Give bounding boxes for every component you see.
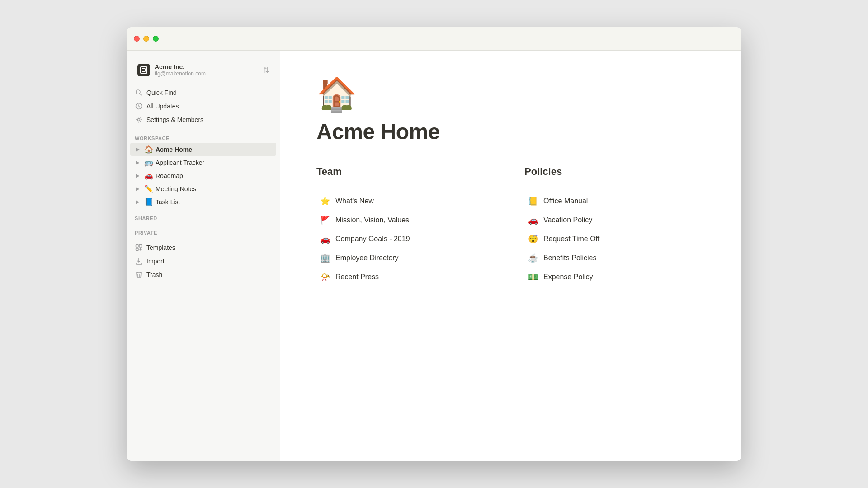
sidebar-item-applicant-tracker[interactable]: ▶ 🚌 Applicant Tracker — [130, 156, 276, 169]
list-item[interactable]: 🚗 Vacation Policy — [524, 211, 705, 229]
traffic-lights — [134, 36, 159, 42]
settings-label: Settings & Members — [146, 116, 203, 123]
sidebar-item-quick-find[interactable]: Quick Find — [130, 86, 276, 99]
import-label: Import — [146, 258, 165, 265]
sidebar-top: Acme Inc. fig@makenotion.com ⇅ — [127, 51, 280, 84]
chevron-right-icon: ▶ — [134, 145, 142, 154]
chevron-right-icon: ▶ — [134, 185, 142, 193]
shared-section-label: SHARED — [127, 208, 280, 223]
vacation-policy-link[interactable]: Vacation Policy — [543, 216, 592, 224]
sidebar-item-settings[interactable]: Settings & Members — [130, 113, 276, 127]
search-icon — [135, 89, 143, 97]
list-item[interactable]: ☕ Benefits Policies — [524, 249, 705, 267]
roadmap-label: Roadmap — [156, 172, 183, 179]
list-item[interactable]: 🚩 Mission, Vision, Values — [316, 211, 497, 229]
sidebar-item-meeting-notes[interactable]: ▶ ✏️ Meeting Notes — [130, 182, 276, 195]
item-emoji: 🚗 — [527, 215, 539, 225]
workspace-email: fig@makenotion.com — [155, 70, 206, 77]
meeting-notes-emoji: ✏️ — [144, 184, 154, 193]
list-item[interactable]: 📒 Office Manual — [524, 192, 705, 210]
policies-column: Policies 📒 Office Manual 🚗 Vacation Poli… — [524, 166, 705, 286]
svg-rect-5 — [139, 245, 142, 248]
chevron-right-icon: ▶ — [134, 159, 142, 167]
request-time-off-link[interactable]: Request Time Off — [543, 235, 599, 243]
task-list-label: Task List — [156, 198, 180, 206]
item-emoji: ⭐ — [319, 196, 331, 206]
content-grid: Team ⭐ What's New 🚩 Mission, Vision, Val… — [316, 166, 705, 286]
sidebar-item-import[interactable]: Import — [130, 254, 276, 268]
team-heading: Team — [316, 166, 497, 183]
page-icon: 🏠 — [316, 78, 357, 110]
private-section-label: PRIVATE — [127, 223, 280, 237]
quick-find-label: Quick Find — [146, 89, 177, 96]
list-item[interactable]: 💵 Expense Policy — [524, 268, 705, 286]
item-emoji: 📯 — [319, 272, 331, 282]
list-item[interactable]: 🚗 Company Goals - 2019 — [316, 230, 497, 248]
close-button[interactable] — [134, 36, 140, 42]
main-content: 🏠 Acme Home Team ⭐ What's New 🚩 Missio — [280, 51, 741, 461]
trash-icon — [135, 271, 143, 279]
sidebar-nav: Quick Find All Updates — [127, 84, 280, 128]
minimize-button[interactable] — [143, 36, 149, 42]
sidebar-item-task-list[interactable]: ▶ 📘 Task List — [130, 195, 276, 208]
workspace-text: Acme Inc. fig@makenotion.com — [155, 63, 206, 77]
list-item[interactable]: 📯 Recent Press — [316, 268, 497, 286]
svg-point-0 — [136, 90, 140, 94]
list-item[interactable]: 🏢 Employee Directory — [316, 249, 497, 267]
meeting-notes-label: Meeting Notes — [156, 185, 196, 192]
mission-link[interactable]: Mission, Vision, Values — [335, 216, 409, 224]
expense-policy-link[interactable]: Expense Policy — [543, 273, 593, 281]
item-emoji: 📒 — [527, 196, 539, 206]
templates-label: Templates — [146, 244, 175, 251]
company-goals-link[interactable]: Company Goals - 2019 — [335, 235, 410, 243]
workspace-toggle-icon: ⇅ — [263, 66, 269, 75]
titlebar — [127, 27, 741, 51]
acme-home-label: Acme Home — [156, 146, 192, 153]
list-item[interactable]: ⭐ What's New — [316, 192, 497, 210]
item-emoji: 🏢 — [319, 253, 331, 263]
chevron-right-icon: ▶ — [134, 172, 142, 180]
acme-home-emoji: 🏠 — [144, 145, 154, 154]
item-emoji: ☕ — [527, 253, 539, 263]
workspace-logo-icon — [140, 66, 147, 74]
applicant-tracker-label: Applicant Tracker — [156, 159, 204, 166]
maximize-button[interactable] — [153, 36, 159, 42]
sidebar-item-roadmap[interactable]: ▶ 🚗 Roadmap — [130, 169, 276, 182]
list-item[interactable]: 😴 Request Time Off — [524, 230, 705, 248]
item-emoji: 🚩 — [319, 215, 331, 225]
page-hero: 🏠 Acme Home — [316, 78, 705, 144]
workspace-tree: ▶ 🏠 Acme Home ▶ 🚌 Applicant Tracker ▶ 🚗 … — [127, 143, 280, 208]
task-list-emoji: 📘 — [144, 197, 154, 206]
team-list: ⭐ What's New 🚩 Mission, Vision, Values 🚗… — [316, 192, 497, 286]
import-icon — [135, 257, 143, 265]
sidebar-item-templates[interactable]: Templates — [130, 241, 276, 254]
benefits-policies-link[interactable]: Benefits Policies — [543, 254, 596, 262]
window-body: Acme Inc. fig@makenotion.com ⇅ — [127, 51, 741, 461]
app-window: Acme Inc. fig@makenotion.com ⇅ — [127, 27, 741, 461]
all-updates-label: All Updates — [146, 103, 179, 110]
svg-point-3 — [138, 119, 140, 121]
sidebar-item-trash[interactable]: Trash — [130, 268, 276, 282]
item-emoji: 💵 — [527, 272, 539, 282]
sidebar-item-all-updates[interactable]: All Updates — [130, 99, 276, 113]
sidebar: Acme Inc. fig@makenotion.com ⇅ — [127, 51, 280, 461]
item-emoji: 😴 — [527, 234, 539, 244]
policies-heading: Policies — [524, 166, 705, 183]
workspace-section-label: WORKSPACE — [127, 128, 280, 143]
item-emoji: 🚗 — [319, 234, 331, 244]
employee-directory-link[interactable]: Employee Directory — [335, 254, 399, 262]
workspace-logo — [137, 64, 150, 76]
svg-line-1 — [140, 94, 142, 95]
team-column: Team ⭐ What's New 🚩 Mission, Vision, Val… — [316, 166, 497, 286]
recent-press-link[interactable]: Recent Press — [335, 273, 379, 281]
office-manual-link[interactable]: Office Manual — [543, 197, 588, 205]
chevron-right-icon: ▶ — [134, 198, 142, 206]
sidebar-item-acme-home[interactable]: ▶ 🏠 Acme Home — [130, 143, 276, 156]
templates-icon — [135, 244, 143, 252]
whats-new-link[interactable]: What's New — [335, 197, 374, 205]
svg-rect-4 — [136, 245, 139, 248]
applicant-tracker-emoji: 🚌 — [144, 158, 154, 167]
trash-label: Trash — [146, 271, 162, 278]
roadmap-emoji: 🚗 — [144, 171, 154, 180]
workspace-header[interactable]: Acme Inc. fig@makenotion.com ⇅ — [134, 60, 273, 80]
